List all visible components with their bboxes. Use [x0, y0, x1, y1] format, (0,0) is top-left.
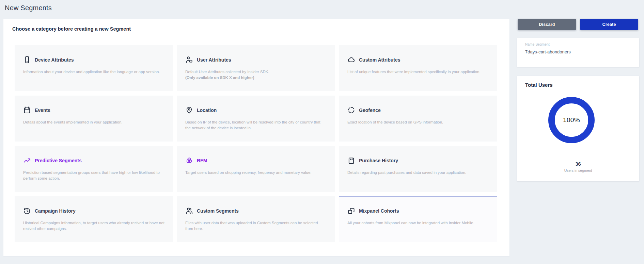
card-description: List of unique features that were implem…	[347, 69, 489, 75]
card-description: Files with user data that was uploaded i…	[185, 220, 327, 232]
card-description: Details regarding past purchases and dat…	[347, 170, 489, 176]
card-description: Information about your device and applic…	[23, 69, 164, 75]
card-title: Mixpanel Cohorts	[359, 208, 399, 214]
card-head: Purchase History	[347, 156, 489, 164]
geofence-target-icon	[347, 106, 355, 114]
card-head: Predictive Segments	[23, 156, 164, 164]
discard-button[interactable]: Discard	[518, 19, 576, 30]
category-card-events[interactable]: Events Details about the events implemen…	[15, 96, 173, 142]
card-title: RFM	[197, 158, 207, 163]
user-badge-icon	[185, 56, 193, 64]
card-head: Custom Segments	[185, 207, 327, 215]
category-card-device-attributes[interactable]: Device Attributes Information about your…	[15, 45, 173, 91]
category-card-purchase-history[interactable]: Purchase History Details regarding past …	[339, 146, 497, 192]
panel-subtitle: Choose a category before creating a new …	[12, 26, 131, 32]
card-head: Events	[23, 106, 164, 114]
card-title: Custom Attributes	[359, 57, 400, 63]
location-pin-icon	[185, 106, 193, 114]
users-group-icon	[185, 207, 193, 215]
card-title: Device Attributes	[35, 57, 74, 63]
card-title: Events	[35, 108, 50, 113]
venn-diagram-icon	[185, 156, 193, 164]
shopping-bag-icon	[347, 156, 355, 164]
create-button[interactable]: Create	[580, 19, 638, 30]
category-card-custom-segments[interactable]: Custom Segments Files with user data tha…	[177, 196, 335, 242]
card-title: Custom Segments	[197, 208, 239, 214]
total-users-title: Total Users	[525, 82, 553, 88]
category-card-location[interactable]: Location Based on IP of the device, loca…	[177, 96, 335, 142]
card-head: Mixpanel Cohorts	[347, 207, 489, 215]
trend-up-icon	[23, 156, 31, 164]
card-head: Location	[185, 106, 327, 114]
mobile-device-icon	[23, 56, 31, 64]
card-head: User Attributes	[185, 56, 327, 64]
transfer-link-icon	[347, 207, 355, 215]
card-title: Location	[197, 108, 217, 113]
card-description: Target users based on shopping recency, …	[185, 170, 327, 176]
card-head: Campaign History	[23, 207, 164, 215]
card-title: Geofence	[359, 108, 381, 113]
card-head: Device Attributes	[23, 56, 164, 64]
category-card-rfm[interactable]: RFM Target users based on shopping recen…	[177, 146, 335, 192]
total-users-card: Total Users 100% 36 Users in segment	[517, 76, 639, 181]
card-head: Geofence	[347, 106, 489, 114]
category-card-predictive-segments[interactable]: Predictive Segments Prediction based seg…	[15, 146, 173, 192]
card-description: Based on IP of the device, location will…	[185, 119, 327, 131]
card-description: Historical Campaigns information, to tar…	[23, 220, 164, 232]
category-card-mixpanel-cohorts[interactable]: Mixpanel Cohorts All your cohorts from M…	[339, 196, 497, 242]
cloud-icon	[347, 56, 355, 64]
category-card-user-attributes[interactable]: User Attributes Default User Attributes …	[177, 45, 335, 91]
card-title: Purchase History	[359, 158, 398, 163]
card-title: Campaign History	[35, 208, 76, 214]
segment-name-label: Name Segment	[525, 43, 631, 46]
card-description: All your cohorts from Mixpanel can now b…	[347, 220, 489, 226]
total-users-donut-chart: 100%	[548, 97, 595, 143]
donut-percent-label: 100%	[563, 116, 580, 124]
card-description: Exact location of the device based on GP…	[347, 119, 489, 125]
card-title: User Attributes	[197, 57, 231, 63]
card-head: RFM	[185, 156, 327, 164]
page-title: New Segments	[5, 4, 52, 12]
category-card-campaign-history[interactable]: Campaign History Historical Campaigns in…	[15, 196, 173, 242]
category-card-custom-attributes[interactable]: Custom Attributes List of unique feature…	[339, 45, 497, 91]
category-grid: Device Attributes Information about your…	[15, 45, 497, 242]
users-count: 36	[517, 161, 639, 167]
category-card-geofence[interactable]: Geofence Exact location of the device ba…	[339, 96, 497, 142]
card-description: Details about the events implemented in …	[23, 119, 164, 125]
name-segment-card: Name Segment	[517, 38, 639, 67]
users-count-caption: Users in segment	[517, 168, 639, 172]
card-description: Default User Attributes collected by Ins…	[185, 69, 327, 81]
segment-name-input[interactable]	[525, 49, 631, 57]
history-clock-icon	[23, 207, 31, 215]
card-description: Prediction based segmentation groups use…	[23, 170, 164, 181]
card-title: Predictive Segments	[35, 158, 82, 163]
card-head: Custom Attributes	[347, 56, 489, 64]
calendar-icon	[23, 106, 31, 114]
segment-category-panel: Choose a category before creating a new …	[3, 19, 509, 256]
